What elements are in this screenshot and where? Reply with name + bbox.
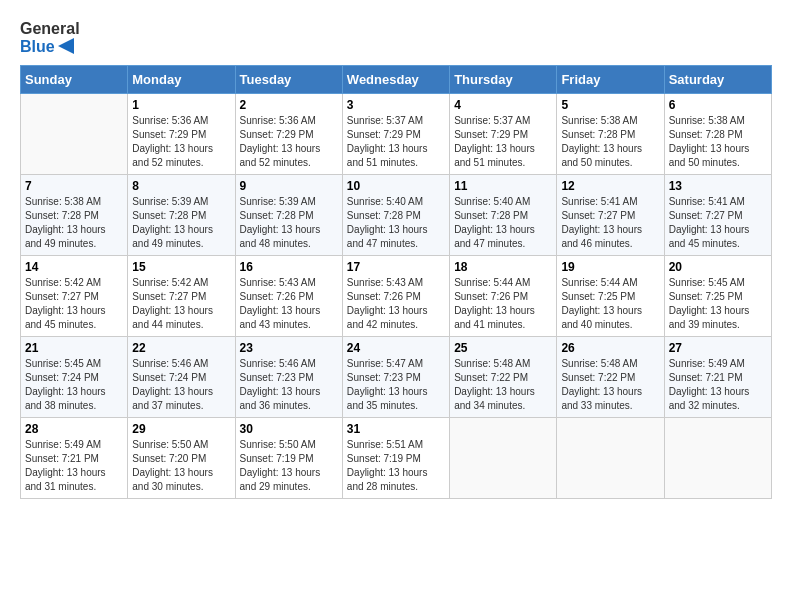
calendar-cell: 28Sunrise: 5:49 AM Sunset: 7:21 PM Dayli… <box>21 418 128 499</box>
calendar-cell: 13Sunrise: 5:41 AM Sunset: 7:27 PM Dayli… <box>664 175 771 256</box>
day-content: Sunrise: 5:45 AM Sunset: 7:24 PM Dayligh… <box>25 357 123 413</box>
calendar-cell: 12Sunrise: 5:41 AM Sunset: 7:27 PM Dayli… <box>557 175 664 256</box>
logo: GeneralBlue <box>20 20 80 55</box>
calendar-cell: 31Sunrise: 5:51 AM Sunset: 7:19 PM Dayli… <box>342 418 449 499</box>
day-content: Sunrise: 5:46 AM Sunset: 7:23 PM Dayligh… <box>240 357 338 413</box>
day-content: Sunrise: 5:48 AM Sunset: 7:22 PM Dayligh… <box>454 357 552 413</box>
day-number: 1 <box>132 98 230 112</box>
day-number: 15 <box>132 260 230 274</box>
calendar-cell: 6Sunrise: 5:38 AM Sunset: 7:28 PM Daylig… <box>664 94 771 175</box>
calendar-cell: 7Sunrise: 5:38 AM Sunset: 7:28 PM Daylig… <box>21 175 128 256</box>
day-content: Sunrise: 5:39 AM Sunset: 7:28 PM Dayligh… <box>132 195 230 251</box>
day-content: Sunrise: 5:40 AM Sunset: 7:28 PM Dayligh… <box>347 195 445 251</box>
day-number: 2 <box>240 98 338 112</box>
calendar-cell <box>21 94 128 175</box>
day-content: Sunrise: 5:38 AM Sunset: 7:28 PM Dayligh… <box>561 114 659 170</box>
day-content: Sunrise: 5:50 AM Sunset: 7:19 PM Dayligh… <box>240 438 338 494</box>
calendar-cell: 22Sunrise: 5:46 AM Sunset: 7:24 PM Dayli… <box>128 337 235 418</box>
day-number: 29 <box>132 422 230 436</box>
day-header-wednesday: Wednesday <box>342 66 449 94</box>
day-header-sunday: Sunday <box>21 66 128 94</box>
day-number: 24 <box>347 341 445 355</box>
day-content: Sunrise: 5:41 AM Sunset: 7:27 PM Dayligh… <box>561 195 659 251</box>
day-content: Sunrise: 5:51 AM Sunset: 7:19 PM Dayligh… <box>347 438 445 494</box>
day-content: Sunrise: 5:36 AM Sunset: 7:29 PM Dayligh… <box>240 114 338 170</box>
day-number: 21 <box>25 341 123 355</box>
day-number: 23 <box>240 341 338 355</box>
calendar-table: SundayMondayTuesdayWednesdayThursdayFrid… <box>20 65 772 499</box>
day-number: 27 <box>669 341 767 355</box>
calendar-cell: 24Sunrise: 5:47 AM Sunset: 7:23 PM Dayli… <box>342 337 449 418</box>
calendar-cell: 25Sunrise: 5:48 AM Sunset: 7:22 PM Dayli… <box>450 337 557 418</box>
calendar-cell: 30Sunrise: 5:50 AM Sunset: 7:19 PM Dayli… <box>235 418 342 499</box>
day-number: 25 <box>454 341 552 355</box>
day-content: Sunrise: 5:42 AM Sunset: 7:27 PM Dayligh… <box>25 276 123 332</box>
day-number: 17 <box>347 260 445 274</box>
calendar-week-5: 28Sunrise: 5:49 AM Sunset: 7:21 PM Dayli… <box>21 418 772 499</box>
calendar-week-1: 1Sunrise: 5:36 AM Sunset: 7:29 PM Daylig… <box>21 94 772 175</box>
day-header-saturday: Saturday <box>664 66 771 94</box>
calendar-cell: 10Sunrise: 5:40 AM Sunset: 7:28 PM Dayli… <box>342 175 449 256</box>
day-number: 22 <box>132 341 230 355</box>
logo-text: GeneralBlue <box>20 20 80 55</box>
day-number: 13 <box>669 179 767 193</box>
day-content: Sunrise: 5:37 AM Sunset: 7:29 PM Dayligh… <box>347 114 445 170</box>
calendar-cell: 27Sunrise: 5:49 AM Sunset: 7:21 PM Dayli… <box>664 337 771 418</box>
day-content: Sunrise: 5:48 AM Sunset: 7:22 PM Dayligh… <box>561 357 659 413</box>
day-content: Sunrise: 5:46 AM Sunset: 7:24 PM Dayligh… <box>132 357 230 413</box>
day-content: Sunrise: 5:40 AM Sunset: 7:28 PM Dayligh… <box>454 195 552 251</box>
day-content: Sunrise: 5:44 AM Sunset: 7:26 PM Dayligh… <box>454 276 552 332</box>
day-content: Sunrise: 5:47 AM Sunset: 7:23 PM Dayligh… <box>347 357 445 413</box>
calendar-cell: 19Sunrise: 5:44 AM Sunset: 7:25 PM Dayli… <box>557 256 664 337</box>
day-content: Sunrise: 5:44 AM Sunset: 7:25 PM Dayligh… <box>561 276 659 332</box>
day-number: 3 <box>347 98 445 112</box>
day-number: 19 <box>561 260 659 274</box>
calendar-cell: 8Sunrise: 5:39 AM Sunset: 7:28 PM Daylig… <box>128 175 235 256</box>
day-number: 8 <box>132 179 230 193</box>
calendar-cell: 11Sunrise: 5:40 AM Sunset: 7:28 PM Dayli… <box>450 175 557 256</box>
calendar-cell: 3Sunrise: 5:37 AM Sunset: 7:29 PM Daylig… <box>342 94 449 175</box>
day-content: Sunrise: 5:42 AM Sunset: 7:27 PM Dayligh… <box>132 276 230 332</box>
day-number: 6 <box>669 98 767 112</box>
calendar-cell: 23Sunrise: 5:46 AM Sunset: 7:23 PM Dayli… <box>235 337 342 418</box>
svg-marker-0 <box>58 38 74 54</box>
day-header-tuesday: Tuesday <box>235 66 342 94</box>
calendar-cell <box>450 418 557 499</box>
day-header-thursday: Thursday <box>450 66 557 94</box>
day-number: 28 <box>25 422 123 436</box>
calendar-cell: 16Sunrise: 5:43 AM Sunset: 7:26 PM Dayli… <box>235 256 342 337</box>
calendar-cell <box>664 418 771 499</box>
calendar-cell: 18Sunrise: 5:44 AM Sunset: 7:26 PM Dayli… <box>450 256 557 337</box>
day-number: 4 <box>454 98 552 112</box>
day-content: Sunrise: 5:41 AM Sunset: 7:27 PM Dayligh… <box>669 195 767 251</box>
calendar-cell: 5Sunrise: 5:38 AM Sunset: 7:28 PM Daylig… <box>557 94 664 175</box>
calendar-cell: 20Sunrise: 5:45 AM Sunset: 7:25 PM Dayli… <box>664 256 771 337</box>
day-content: Sunrise: 5:37 AM Sunset: 7:29 PM Dayligh… <box>454 114 552 170</box>
day-number: 31 <box>347 422 445 436</box>
day-number: 12 <box>561 179 659 193</box>
calendar-cell: 17Sunrise: 5:43 AM Sunset: 7:26 PM Dayli… <box>342 256 449 337</box>
day-number: 5 <box>561 98 659 112</box>
day-number: 10 <box>347 179 445 193</box>
calendar-cell: 9Sunrise: 5:39 AM Sunset: 7:28 PM Daylig… <box>235 175 342 256</box>
day-content: Sunrise: 5:45 AM Sunset: 7:25 PM Dayligh… <box>669 276 767 332</box>
day-content: Sunrise: 5:38 AM Sunset: 7:28 PM Dayligh… <box>669 114 767 170</box>
calendar-cell: 14Sunrise: 5:42 AM Sunset: 7:27 PM Dayli… <box>21 256 128 337</box>
calendar-cell: 4Sunrise: 5:37 AM Sunset: 7:29 PM Daylig… <box>450 94 557 175</box>
calendar-cell: 15Sunrise: 5:42 AM Sunset: 7:27 PM Dayli… <box>128 256 235 337</box>
day-content: Sunrise: 5:43 AM Sunset: 7:26 PM Dayligh… <box>240 276 338 332</box>
calendar-cell <box>557 418 664 499</box>
calendar-week-2: 7Sunrise: 5:38 AM Sunset: 7:28 PM Daylig… <box>21 175 772 256</box>
day-number: 11 <box>454 179 552 193</box>
day-content: Sunrise: 5:38 AM Sunset: 7:28 PM Dayligh… <box>25 195 123 251</box>
day-number: 18 <box>454 260 552 274</box>
day-number: 30 <box>240 422 338 436</box>
day-number: 9 <box>240 179 338 193</box>
day-content: Sunrise: 5:39 AM Sunset: 7:28 PM Dayligh… <box>240 195 338 251</box>
day-content: Sunrise: 5:49 AM Sunset: 7:21 PM Dayligh… <box>25 438 123 494</box>
day-number: 14 <box>25 260 123 274</box>
calendar-cell: 2Sunrise: 5:36 AM Sunset: 7:29 PM Daylig… <box>235 94 342 175</box>
calendar-cell: 21Sunrise: 5:45 AM Sunset: 7:24 PM Dayli… <box>21 337 128 418</box>
calendar-cell: 26Sunrise: 5:48 AM Sunset: 7:22 PM Dayli… <box>557 337 664 418</box>
day-number: 26 <box>561 341 659 355</box>
